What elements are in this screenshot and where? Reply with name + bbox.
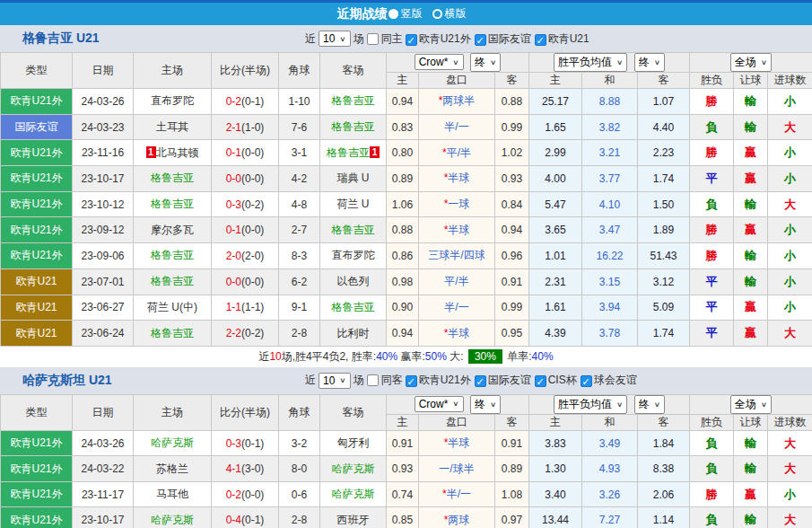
chevron-down-icon: ∨	[761, 400, 767, 409]
league-checkbox-list: ✓欧青U21外✓国际友谊✓欧青U21	[406, 31, 593, 47]
avg-draw-cell: 3.47	[582, 217, 638, 243]
away-odds-cell: 0.91	[495, 430, 529, 456]
date-cell: 23-11-16	[73, 140, 134, 166]
recent-count-select[interactable]: 10∨	[319, 373, 351, 389]
avg-final-select[interactable]: 终∨	[634, 395, 665, 414]
odds-final-select[interactable]: 终∨	[470, 53, 501, 72]
away-odds-cell: 0.88	[495, 89, 529, 115]
red-card-badge: 1	[146, 146, 156, 158]
handicap-result-cell: 輸	[734, 430, 768, 456]
scope-select[interactable]: 全场∨	[730, 395, 772, 414]
goals-result-cell: 小	[768, 217, 812, 243]
checkbox-checked-icon[interactable]: ✓	[535, 375, 546, 387]
score-cell: 0-1(0-0)	[212, 217, 279, 243]
league-filter-checkbox[interactable]: ✓欧青U21外	[406, 32, 471, 45]
col-handicap-result: 让球	[734, 414, 768, 430]
home-team-name: 北马其顿	[156, 146, 199, 159]
avg-home-cell: 4.39	[529, 321, 582, 347]
away-team-cell: 比利时	[320, 321, 387, 347]
fulltime-score: 2-0	[226, 250, 241, 262]
goals-result-cell: 大	[768, 456, 812, 482]
same-venue-checkbox[interactable]	[367, 33, 379, 45]
avg-final-select[interactable]: 终∨	[634, 53, 665, 72]
checkbox-checked-icon[interactable]: ✓	[406, 34, 417, 46]
checkbox-checked-icon[interactable]: ✓	[475, 34, 486, 46]
home-team-cell: 荷兰 U(中)	[134, 295, 212, 321]
horizontal-layout-radio[interactable]	[432, 9, 442, 19]
home-odds-cell: 0.93	[387, 456, 419, 482]
away-odds-cell: 0.93	[495, 166, 529, 192]
avg-away-cell: 1.07	[638, 89, 690, 115]
date-cell: 23-10-17	[73, 507, 134, 528]
home-odds-cell: 0.88	[387, 217, 419, 243]
odds-final-select[interactable]: 终∨	[470, 395, 501, 414]
date-cell: 23-06-24	[73, 321, 134, 347]
league-filter-checkbox[interactable]: ✓欧青U21外	[406, 374, 471, 386]
handicap-value: 半球	[448, 172, 469, 184]
away-team-name: 格鲁吉亚	[332, 301, 375, 313]
league-type-cell: 欧青U21外	[1, 140, 73, 166]
home-odds-cell: 0.94	[387, 89, 419, 115]
avg-type-select[interactable]: 胜平负均值∨	[554, 395, 627, 414]
recent-count-select[interactable]: 10∨	[319, 31, 351, 47]
avg-draw-cell: 8.88	[582, 89, 638, 115]
match-row: 欧青U2123-06-24格鲁吉亚2-2(0-2)2-8比利时0.94*半球0.…	[1, 321, 812, 347]
home-team-cell: 格鲁吉亚	[134, 321, 212, 347]
corners-cell: 7-6	[279, 114, 320, 140]
avg-type-select[interactable]: 胜平负均值∨	[554, 53, 627, 72]
away-team-name: 比利时	[337, 327, 370, 339]
away-team-cell: 哈萨克斯	[320, 481, 387, 507]
league-filter-checkbox[interactable]: ✓CIS杯	[535, 374, 577, 386]
date-cell: 23-07-01	[73, 268, 134, 295]
chevron-down-icon: ∨	[761, 58, 767, 66]
away-odds-cell: 0.96	[495, 243, 529, 269]
date-cell: 23-10-12	[73, 191, 134, 217]
same-venue-checkbox[interactable]	[367, 374, 379, 386]
result-cell: 勝	[690, 481, 734, 507]
match-row: 欧青U21外23-11-161北马其顿0-1(0-0)3-1格鲁吉亚10.80*…	[1, 140, 812, 166]
league-filter-checkbox[interactable]: ✓球会友谊	[581, 374, 637, 386]
league-filter-checkbox[interactable]: ✓国际友谊	[475, 374, 531, 386]
league-type-cell: 欧青U21外	[1, 243, 73, 269]
halftime-score: (1-1)	[241, 301, 264, 313]
fulltime-score: 0-4	[226, 514, 241, 526]
home-team-name: 苏格兰	[156, 462, 188, 475]
avg-home-cell: 1.65	[529, 114, 582, 140]
league-type-cell: 欧青U21	[1, 268, 73, 295]
away-team-name: 西班牙	[337, 514, 370, 526]
handicap-value: 半球	[448, 327, 469, 339]
col-avg-draw: 和	[582, 414, 638, 430]
score-cell: 0-4(0-1)	[212, 507, 279, 528]
result-cell: 平	[690, 268, 734, 295]
avg-away-cell: 2.23	[638, 140, 690, 166]
odds-source-select[interactable]: Crow*∨	[415, 396, 464, 412]
league-type-cell: 欧青U21外	[1, 217, 73, 243]
checkbox-checked-icon[interactable]: ✓	[475, 375, 486, 387]
col-date: 日期	[73, 394, 134, 430]
checkbox-checked-icon[interactable]: ✓	[581, 375, 592, 387]
handicap-value: 两球	[448, 514, 469, 526]
avg-home-cell: 3.83	[529, 430, 582, 456]
team-title: 格鲁吉亚 U21	[22, 31, 100, 47]
near-label: 近	[305, 373, 316, 388]
avg-away-cell: 1.74	[638, 166, 690, 192]
fulltime-score: 2-1	[226, 121, 241, 134]
home-team-cell: 直布罗陀	[134, 89, 212, 115]
corners-cell: 2-7	[279, 217, 320, 243]
match-row: 欧青U2123-06-27荷兰 U(中)1-1(1-1)9-1格鲁吉亚0.90半…	[1, 295, 812, 321]
away-odds-cell: 0.89	[495, 456, 529, 482]
away-odds-cell: 0.97	[495, 507, 529, 528]
match-filter: 近 10∨ 场 同主 ✓欧青U21外✓国际友谊✓欧青U21	[305, 25, 596, 52]
checkbox-checked-icon[interactable]: ✓	[406, 375, 417, 387]
checkbox-checked-icon[interactable]: ✓	[535, 34, 546, 46]
vertical-layout-radio[interactable]	[389, 9, 398, 19]
home-odds-cell: 0.90	[387, 295, 419, 321]
league-filter-checkbox[interactable]: ✓欧青U21	[535, 32, 589, 45]
odds-source-select[interactable]: Crow*∨	[415, 54, 464, 70]
scope-select[interactable]: 全场∨	[730, 53, 772, 72]
handicap-result-cell: 輸	[734, 89, 768, 115]
col-odds-home: 主	[387, 73, 419, 89]
red-card-badge: 1	[370, 146, 380, 158]
score-cell: 0-3(0-2)	[212, 191, 279, 217]
league-filter-checkbox[interactable]: ✓国际友谊	[475, 32, 531, 45]
